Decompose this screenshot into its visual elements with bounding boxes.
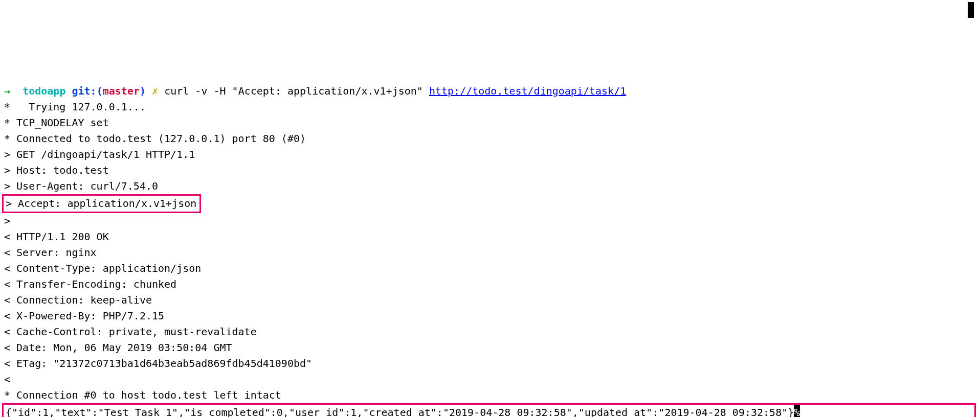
terminal-output: → todoapp git:(master) ✗ curl -v -H "Acc… (4, 83, 976, 417)
prompt-paren-close: ) (140, 85, 146, 97)
output-line: < Transfer-Encoding: chunked (4, 278, 176, 290)
json-body: {"id":1,"text":"Test Task 1","is_complet… (6, 406, 794, 417)
highlight-json-response: {"id":1,"text":"Test Task 1","is_complet… (2, 403, 976, 417)
output-line: < HTTP/1.1 200 OK (4, 230, 109, 243)
highlight-accept-header: > Accept: application/x.v1+json (2, 194, 201, 213)
output-line: > User-Agent: curl/7.54.0 (4, 180, 158, 192)
prompt-dirty-icon: ✗ (152, 85, 158, 97)
prompt-paren-open: ( (97, 85, 103, 97)
prompt-dir: todoapp (23, 85, 65, 97)
output-line: * Connection #0 to host todo.test left i… (4, 389, 281, 401)
command-url[interactable]: http://todo.test/dingoapi/task/1 (429, 85, 626, 97)
output-line: < Connection: keep-alive (4, 294, 152, 306)
output-line: > (4, 215, 10, 227)
output-line: < ETag: "21372c0713ba1d64b3eab5ad869fdb4… (4, 357, 312, 369)
command-text: curl -v -H "Accept: application/x.v1+jso… (164, 85, 429, 97)
prompt-arrow: → (4, 85, 10, 97)
prompt-git-branch: master (103, 85, 140, 97)
output-line: * TCP_NODELAY set (4, 117, 109, 129)
output-line: < Content-Type: application/json (4, 262, 201, 274)
output-line: < X-Powered-By: PHP/7.2.15 (4, 310, 164, 322)
output-line: * Trying 127.0.0.1... (4, 101, 146, 113)
output-line: < Cache-Control: private, must-revalidat… (4, 326, 257, 338)
prompt-git-label: git: (72, 85, 96, 97)
output-line: > GET /dingoapi/task/1 HTTP/1.1 (4, 148, 195, 160)
cursor-block (968, 2, 974, 18)
output-line: * Connected to todo.test (127.0.0.1) por… (4, 132, 306, 145)
output-line: > Host: todo.test (4, 164, 109, 176)
output-line: < Server: nginx (4, 246, 97, 259)
output-line: < (4, 373, 10, 385)
percent-cursor: % (794, 405, 800, 417)
output-line: < Date: Mon, 06 May 2019 03:50:04 GMT (4, 341, 232, 354)
